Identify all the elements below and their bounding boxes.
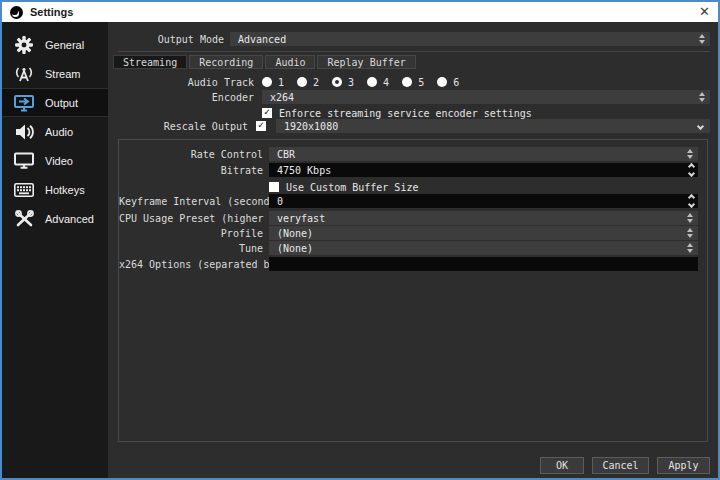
spinner-arrows-icon <box>699 92 705 102</box>
sidebar-item-output[interactable]: Output <box>2 88 108 117</box>
radio-icon <box>367 77 377 87</box>
audio-track-3-radio[interactable]: 3 <box>332 77 354 88</box>
rescale-output-label: Rescale Output <box>108 121 248 132</box>
ok-button[interactable]: OK <box>540 457 584 474</box>
custom-buffer-size-label: Use Custom Buffer Size <box>286 182 418 193</box>
profile-value: (None) <box>277 228 683 239</box>
spinner-arrows-icon <box>687 243 693 253</box>
audio-track-4-radio[interactable]: 4 <box>367 77 389 88</box>
sidebar-item-stream[interactable]: Stream <box>2 59 108 88</box>
apply-button[interactable]: Apply <box>657 457 710 474</box>
settings-window: Settings ✕ General Stream Output <box>0 0 720 480</box>
rescale-resolution-value: 1920x1080 <box>284 121 698 132</box>
cpu-usage-preset-label: CPU Usage Preset (higher = less CPU) <box>119 213 263 224</box>
spinner-arrows-icon <box>699 34 705 44</box>
audio-track-row: Audio Track 1 2 3 4 5 6 <box>108 75 710 89</box>
custom-buffer-size-checkbox[interactable]: Use Custom Buffer Size <box>269 180 418 194</box>
dialog-footer: OK Cancel Apply <box>540 457 710 474</box>
spinner-arrows-icon <box>687 149 693 159</box>
bitrate-value: 4750 Kbps <box>277 165 685 176</box>
checkbox-unchecked-icon <box>269 182 279 192</box>
monitor-icon <box>13 152 35 170</box>
close-icon[interactable]: ✕ <box>682 2 710 22</box>
tools-icon <box>13 210 35 228</box>
sidebar-item-audio[interactable]: Audio <box>2 117 108 146</box>
bitrate-row: Bitrate 4750 Kbps <box>119 163 698 177</box>
window-body: General Stream Output Audio <box>2 22 718 478</box>
rate-control-select[interactable]: CBR <box>269 147 698 161</box>
output-settings-panel: Output Mode Advanced Streaming Recording… <box>108 22 718 478</box>
x264-options-row: x264 Options (separated by space) <box>119 257 698 271</box>
encoder-value: x264 <box>270 92 695 103</box>
rate-control-value: CBR <box>277 149 683 160</box>
sidebar-item-label: Hotkeys <box>45 184 85 196</box>
sidebar-item-label: Advanced <box>45 213 94 225</box>
rescale-resolution-select[interactable]: 1920x1080 <box>276 119 710 133</box>
audio-track-6-radio[interactable]: 6 <box>437 77 459 88</box>
cpu-usage-preset-row: CPU Usage Preset (higher = less CPU) ver… <box>119 211 698 225</box>
radio-icon <box>297 77 307 87</box>
tune-select[interactable]: (None) <box>269 241 698 255</box>
radio-label: 3 <box>348 77 354 88</box>
keyframe-interval-spinbox[interactable]: 0 <box>269 194 698 208</box>
tune-row: Tune (None) <box>119 241 698 255</box>
enforce-encoder-settings-checkbox[interactable]: Enforce streaming service encoder settin… <box>262 106 532 120</box>
sidebar-item-label: Audio <box>45 126 73 138</box>
audio-track-label: Audio Track <box>108 77 254 88</box>
keyboard-icon <box>13 181 35 199</box>
audio-track-2-radio[interactable]: 2 <box>297 77 319 88</box>
sidebar-item-hotkeys[interactable]: Hotkeys <box>2 175 108 204</box>
rate-control-row: Rate Control CBR <box>119 147 698 161</box>
sidebar-item-advanced[interactable]: Advanced <box>2 204 108 233</box>
encoder-label: Encoder <box>108 92 254 103</box>
tab-audio[interactable]: Audio <box>265 55 315 69</box>
radio-label: 6 <box>453 77 459 88</box>
tab-replay-buffer[interactable]: Replay Buffer <box>317 55 415 69</box>
tab-recording[interactable]: Recording <box>189 55 263 69</box>
output-mode-row: Output Mode Advanced <box>108 32 710 46</box>
bitrate-label: Bitrate <box>119 165 263 176</box>
keyframe-interval-label: Keyframe Interval (seconds, 0=auto) <box>119 196 263 207</box>
audio-track-5-radio[interactable]: 5 <box>402 77 424 88</box>
window-title: Settings <box>30 6 73 18</box>
radio-icon <box>262 77 272 87</box>
spinner-arrows-icon <box>687 228 693 238</box>
x264-options-label: x264 Options (separated by space) <box>119 259 263 270</box>
x264-options-input[interactable] <box>269 257 698 271</box>
sidebar-item-label: General <box>45 39 84 51</box>
spin-up-down-icon <box>689 164 694 176</box>
radio-checked-icon <box>332 77 342 87</box>
spinner-arrows-icon <box>687 213 693 223</box>
sidebar-item-label: Output <box>45 97 78 109</box>
radio-label: 4 <box>383 77 389 88</box>
tune-value: (None) <box>277 243 683 254</box>
gear-icon <box>13 36 35 54</box>
encoder-select[interactable]: x264 <box>262 90 710 104</box>
sidebar-item-label: Video <box>45 155 73 167</box>
speaker-icon <box>13 123 35 141</box>
spin-up-down-icon <box>689 195 694 207</box>
sidebar-item-label: Stream <box>45 68 80 80</box>
sidebar-item-general[interactable]: General <box>2 30 108 59</box>
bitrate-spinbox[interactable]: 4750 Kbps <box>269 163 698 177</box>
keyframe-interval-value: 0 <box>277 196 685 207</box>
sidebar-item-video[interactable]: Video <box>2 146 108 175</box>
cpu-usage-preset-select[interactable]: veryfast <box>269 211 698 225</box>
profile-row: Profile (None) <box>119 226 698 240</box>
enforce-encoder-settings-label: Enforce streaming service encoder settin… <box>279 108 532 119</box>
profile-select[interactable]: (None) <box>269 226 698 240</box>
radio-icon <box>402 77 412 87</box>
cancel-button[interactable]: Cancel <box>592 457 649 474</box>
rate-control-label: Rate Control <box>119 149 263 160</box>
rescale-output-row: Rescale Output 1920x1080 <box>108 119 710 133</box>
section-divider <box>118 51 710 52</box>
obs-logo-icon <box>10 6 23 19</box>
tune-label: Tune <box>119 243 263 254</box>
audio-track-1-radio[interactable]: 1 <box>262 77 284 88</box>
tab-streaming[interactable]: Streaming <box>113 55 187 69</box>
output-tabbar: Streaming Recording Audio Replay Buffer <box>113 55 416 69</box>
radio-label: 5 <box>418 77 424 88</box>
output-mode-select[interactable]: Advanced <box>230 32 710 46</box>
rescale-output-checkbox[interactable] <box>256 121 266 131</box>
profile-label: Profile <box>119 228 263 239</box>
